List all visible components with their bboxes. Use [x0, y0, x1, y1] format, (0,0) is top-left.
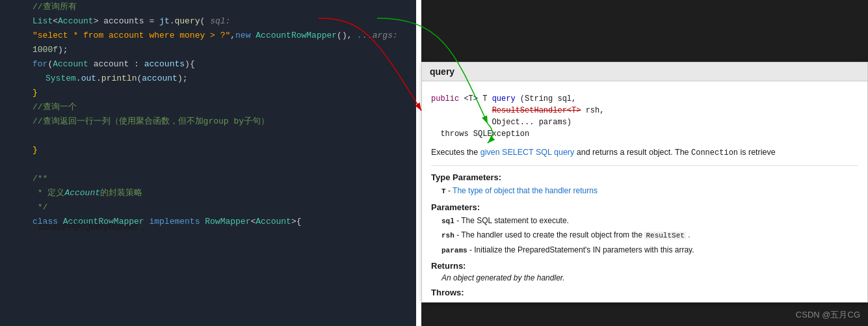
doc-popup-title: query: [422, 62, 867, 81]
doc-type-params-title: Type Parameters:: [431, 172, 858, 182]
doc-description: Executes the given SELECT SQL query and …: [431, 146, 858, 166]
code-line-6: //查询一个: [0, 100, 416, 115]
blog-text: dbutils中的QueryRunner，: [39, 221, 148, 232]
doc-throws-sqlexception: SQLException - if a database access erro…: [441, 300, 858, 303]
doc-param-rsh: rsh - The handler used to create the res…: [441, 229, 858, 241]
code-line-2: List<Account> accounts = jt.query( sql: …: [0, 14, 416, 57]
code-line-13: */: [0, 200, 416, 215]
code-line-1: //查询所有: [0, 0, 416, 14]
code-editor: //查询所有 List<Account> accounts = jt.query…: [0, 0, 416, 326]
doc-returns-title: Returns:: [431, 261, 858, 271]
code-line-3: for(Account account : accounts){: [0, 57, 416, 72]
doc-type-param-T: T - The type of object that the handler …: [441, 185, 858, 197]
doc-throws-title: Throws:: [431, 288, 858, 297]
code-line-7: //查询返回一行一列（使用聚合函数，但不加group by子句）: [0, 115, 416, 129]
code-line-4: System.out.println(account);: [0, 72, 416, 86]
blog-text-area: dbutils中的QueryRunner，: [39, 221, 148, 233]
code-comment-1: //查询所有: [33, 0, 77, 14]
doc-param-sql: sql - The SQL statement to execute.: [441, 215, 858, 227]
doc-param-params: params - Initialize the PreparedStatemen…: [441, 244, 858, 256]
doc-popup: query public <T> T query (String sql, Re…: [421, 62, 868, 303]
code-line-11: /**: [0, 172, 416, 186]
code-line-9: }: [0, 143, 416, 157]
watermark: CSDN @五月CG: [796, 309, 860, 321]
code-line-5: }: [0, 86, 416, 100]
code-line-10: [0, 157, 416, 172]
code-line-8: [0, 129, 416, 143]
code-line-12: * 定义Account的封装策略: [0, 186, 416, 200]
doc-params-title: Parameters:: [431, 202, 858, 212]
doc-signature: public <T> T query (String sql, ResultSe…: [431, 93, 858, 140]
doc-returns-text: An object generated by the handler.: [441, 273, 858, 282]
doc-popup-body: public <T> T query (String sql, ResultSe…: [422, 81, 867, 303]
